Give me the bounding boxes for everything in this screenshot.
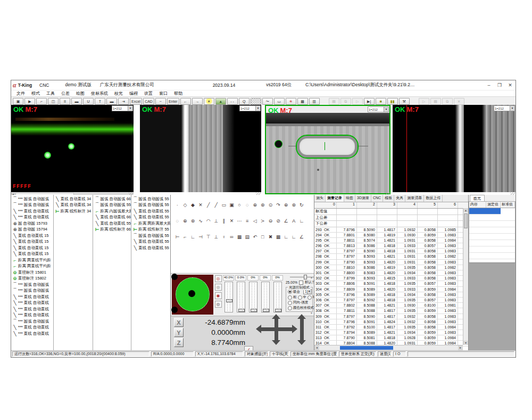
segment-light-icon[interactable]: ◉ xyxy=(215,292,222,299)
tool-icon[interactable]: ⊙ xyxy=(267,201,275,208)
camera-view-2[interactable]: OKM:7 1=212▼ xyxy=(140,105,261,192)
coarse-radio[interactable] xyxy=(288,295,292,300)
menu-item-1[interactable]: 文件 xyxy=(13,90,28,96)
tool-icon[interactable]: ∟ xyxy=(298,217,306,224)
menu-item-5[interactable]: 绘图 xyxy=(73,90,88,96)
measure-item[interactable]: ╲直线 自动直线 15 xyxy=(11,251,53,258)
tool-icon[interactable]: ⊕ xyxy=(282,201,290,208)
excel-export-button[interactable]: Excel xyxy=(130,98,142,105)
x-axis-button[interactable]: X xyxy=(174,318,184,327)
table-row[interactable]: 302OK7.87998.50931.48151.09330.80581.098… xyxy=(314,276,468,281)
tool-icon[interactable]: ✕ xyxy=(228,217,236,224)
tab-5[interactable]: CNC xyxy=(371,195,383,202)
tool-icon[interactable]: ◌ xyxy=(243,201,251,208)
elements-empty-row[interactable] xyxy=(469,253,515,259)
measure-item[interactable]: ⊖直径标注 15802 xyxy=(11,276,53,282)
measure-item[interactable]: ╲*** 直线 自动直线 xyxy=(11,300,53,307)
measure-item[interactable]: ╲*** 直线 自动直线 xyxy=(11,208,53,215)
measure-item[interactable]: ⊖直径标注 15801 xyxy=(11,269,53,276)
menu-item-8[interactable]: 编程 xyxy=(126,90,141,96)
tool-icon[interactable]: ▣ xyxy=(228,201,236,208)
light-slider-thumb[interactable] xyxy=(263,309,269,312)
tool-icon[interactable]: ∞ xyxy=(228,233,236,240)
tool-icon[interactable]: ⊛ xyxy=(259,201,267,208)
measure-item[interactable]: ╲*** 直线 自动直线 xyxy=(11,331,53,337)
light-slider-track[interactable] xyxy=(261,282,270,312)
laser-cross-button[interactable]: ✳ xyxy=(286,98,296,105)
table-row[interactable]: 298OK7.87978.50931.48211.09310.80581.098… xyxy=(314,254,468,259)
chart-button[interactable]: ▥ xyxy=(309,98,320,105)
tools-button[interactable]: ⚒ xyxy=(399,98,410,105)
measure-item[interactable]: ╲直线 自动直线 34 xyxy=(54,196,93,202)
tool-icon[interactable]: ⊣ xyxy=(197,233,205,240)
table-vertical-scrollbar[interactable]: ▲ ▼ xyxy=(463,208,468,345)
tab-8[interactable]: 测量清单 xyxy=(405,195,424,202)
tool-icon[interactable]: ∠ xyxy=(282,217,290,224)
tab-6[interactable]: 模板 xyxy=(383,195,394,202)
display-button[interactable]: ◫ xyxy=(48,98,59,105)
scroll-right-icon[interactable]: ► xyxy=(458,345,463,350)
step-button[interactable]: ⇥ xyxy=(118,98,129,105)
tool-icon[interactable]: ≡ xyxy=(243,217,251,224)
scroll-left-icon[interactable]: ◄ xyxy=(314,345,319,350)
tab-1[interactable]: 测头 xyxy=(314,195,326,202)
measure-item[interactable]: ⊢距离 线性标注 66 xyxy=(93,227,131,233)
tool-icon[interactable]: ╱ xyxy=(204,201,212,208)
z-jog-arrows[interactable] xyxy=(300,319,304,340)
elements-selected-row[interactable] xyxy=(469,208,501,215)
scroll-up-icon[interactable]: ▲ xyxy=(463,208,468,212)
measure-item[interactable]: ⌒*** 圆弧 自动圆弧 xyxy=(11,288,53,294)
table-row[interactable]: 306OK7.87978.50921.48181.09350.80571.098… xyxy=(314,298,468,303)
tool-icon[interactable]: ∥ xyxy=(220,217,228,224)
light-slider-track[interactable] xyxy=(273,282,282,312)
tool-icon[interactable]: · xyxy=(173,201,181,208)
table-row[interactable]: 294OK7.88018.50801.48191.09300.80591.098… xyxy=(314,233,468,238)
tool-icon[interactable]: ╱ xyxy=(212,201,220,208)
coaxial-light-icon[interactable]: ◎ xyxy=(215,284,222,291)
minimize-button[interactable]: – xyxy=(484,83,494,88)
measure-item[interactable]: ╲直线 自动直线 66 xyxy=(93,215,131,221)
menu-item-3[interactable]: 工具 xyxy=(43,90,58,96)
tool-icon[interactable]: ⊘ xyxy=(275,217,282,224)
table-row[interactable]: 309OK7.87978.50901.48171.09320.80581.098… xyxy=(314,314,468,319)
tool-icon[interactable]: ↷ xyxy=(275,201,282,208)
blank-button[interactable]: ▭ xyxy=(274,98,285,105)
medium-radio[interactable] xyxy=(298,295,302,300)
measure-item[interactable]: ⌒*** 圆弧 自动圆弧 xyxy=(11,196,53,202)
table-row[interactable]: 308OK7.88118.50881.48171.09350.80591.098… xyxy=(314,308,468,314)
light-slider-thumb[interactable] xyxy=(226,299,232,302)
measure-item[interactable]: ╲直线 自动直线 15 xyxy=(11,245,53,251)
tool-icon[interactable]: ↻ xyxy=(298,201,306,208)
table-row[interactable]: 296OK7.88138.50861.48181.09330.80571.098… xyxy=(314,243,468,249)
measure-item[interactable]: ╲直线 自动直线 34 xyxy=(54,202,93,209)
tool-icon[interactable]: □ xyxy=(259,233,267,240)
menu-item-2[interactable]: 模式 xyxy=(28,90,43,96)
table-row[interactable]: 301OK7.88008.50831.48201.09340.80581.098… xyxy=(314,270,468,276)
y-axis-button[interactable]: Y xyxy=(174,328,184,337)
tool-icon[interactable]: ⊛ xyxy=(189,217,197,224)
measure-item[interactable]: ⌐距离 两直线平均距 xyxy=(11,263,53,270)
tool-icon[interactable]: ▦ xyxy=(236,233,244,240)
measure-item[interactable]: ⌒*** 圆弧 自动圆弧 xyxy=(11,318,53,325)
arrow-right-button[interactable]: → xyxy=(192,98,203,105)
measure-item[interactable]: ╲直线 自动直线 55 xyxy=(131,208,170,215)
run-to-end-button[interactable]: ▶| xyxy=(364,98,375,105)
measure-item[interactable]: ╲*** 直线 自动直线 xyxy=(11,294,53,300)
table-row[interactable]: 293OK7.87968.50901.48171.09320.80581.098… xyxy=(314,227,468,233)
light-slider-track[interactable] xyxy=(225,282,233,312)
default-mode-checkbox[interactable] xyxy=(299,281,303,285)
measure-item[interactable]: ⌒圆弧 自动圆弧 55 xyxy=(131,196,170,202)
tool-icon[interactable]: ⊛ xyxy=(290,201,298,208)
table-row[interactable]: 297OK7.87978.50901.48181.09310.80581.098… xyxy=(314,249,468,254)
measure-item[interactable]: ⌐距离 两距离最大距 xyxy=(131,220,170,227)
measure-item[interactable]: ⌐距离 两直线平均距 xyxy=(11,257,53,263)
tool-icon[interactable]: ≻ xyxy=(259,217,267,224)
measure-item[interactable]: ⌒圆弧 自动圆弧 66 xyxy=(93,196,131,202)
tool-icon[interactable]: ▤ xyxy=(243,233,251,240)
pin-button[interactable]: T xyxy=(95,98,105,105)
tolerance-label-row[interactable]: 下公差 xyxy=(314,221,468,227)
curve-button[interactable]: ~ xyxy=(155,98,166,105)
tool-icon[interactable]: ⋯ xyxy=(236,217,244,224)
table-row[interactable]: 311OK7.87928.51001.48171.09350.80581.098… xyxy=(314,325,468,330)
tool-icon[interactable]: ◁ xyxy=(251,217,259,224)
